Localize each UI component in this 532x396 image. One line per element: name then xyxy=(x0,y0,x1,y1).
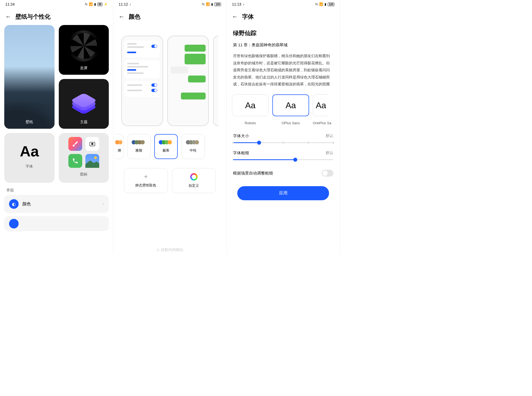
list-item-label: 颜色 xyxy=(22,201,99,207)
font-card[interactable]: Aa xyxy=(313,94,329,116)
sample-subtitle: 第 11 章：奥兹国神奇的翡翠城 xyxy=(233,43,333,48)
nfc-icon: ℕ xyxy=(315,2,318,6)
page-title: 颜色 xyxy=(129,13,140,21)
preview-settings[interactable] xyxy=(121,36,163,126)
weight-slider[interactable] xyxy=(233,159,333,160)
font-card-selected[interactable]: Aa xyxy=(272,94,309,116)
tile-theme[interactable]: 主题 xyxy=(59,79,109,129)
font-name: OPlus Sans xyxy=(272,121,309,125)
weight-value: 默认 xyxy=(326,151,333,156)
clock: 11:13 xyxy=(232,2,241,6)
clock: 11:12 xyxy=(119,2,128,6)
section-label: 界面 xyxy=(0,183,113,195)
nfc-icon: ℕ xyxy=(85,2,88,6)
clock: 11:24 xyxy=(5,2,15,6)
tile-aod[interactable]: 息屏 xyxy=(59,25,109,75)
phone-icon xyxy=(68,154,82,168)
apply-button[interactable]: 应用 xyxy=(237,186,329,200)
size-label: 字体大小 xyxy=(233,134,249,139)
tiktok-icon: ♪ xyxy=(130,3,131,6)
palette-label: 极客 xyxy=(163,148,169,153)
back-arrow-icon[interactable]: ← xyxy=(119,13,124,20)
page-title: 字体 xyxy=(242,13,254,21)
status-bar: 11:24 ℕ 📶 ▮ 99 ⚡ xyxy=(0,0,113,9)
font-sample-icon: Aa xyxy=(20,143,39,160)
back-arrow-icon[interactable]: ← xyxy=(5,13,11,20)
sample-title: 绿野仙踪 xyxy=(233,29,333,37)
battery-icon: 100 xyxy=(328,3,334,6)
signal-icon: ▮ xyxy=(325,2,326,6)
weight-label: 字体粗细 xyxy=(233,151,249,156)
tile-font[interactable]: Aa 字体 xyxy=(4,133,55,183)
action-wallpaper-color[interactable]: ✦ 静态壁纸取色 xyxy=(124,168,168,193)
size-slider[interactable] xyxy=(233,142,333,143)
palette-label: 潮 xyxy=(118,148,121,153)
palette-row: 潮 雅致 极客 中性 xyxy=(113,131,226,162)
palette-label: 雅致 xyxy=(135,148,142,153)
preview-row xyxy=(113,25,226,131)
status-bar: 11:12 ♪ ℕ 📶 ▮ 100 xyxy=(113,0,226,9)
preview-partial[interactable] xyxy=(213,36,218,126)
chevron-right-icon: › xyxy=(103,202,104,206)
sample-body: 尽管有绿色眼镜保护着眼睛，桃乐丝和她的朋友们在刚看到这座奇妙的城市时，还是被它耀… xyxy=(233,52,333,87)
palette-card[interactable]: 中性 xyxy=(181,134,205,159)
icon-partial xyxy=(9,219,19,228)
wifi-icon: 📶 xyxy=(206,2,210,6)
tile-wallpaper[interactable]: 壁纸 xyxy=(4,25,55,129)
signal-icon: ▮ xyxy=(211,2,213,6)
list-item-color[interactable]: ◐ 颜色 › xyxy=(4,195,109,213)
back-arrow-icon[interactable]: ← xyxy=(232,13,238,20)
gallery-icon xyxy=(85,154,99,168)
wifi-icon: 📶 xyxy=(319,2,323,6)
color-ring-icon xyxy=(190,173,198,181)
palette-icon: ◐ xyxy=(9,199,19,209)
tile-theme-label: 主题 xyxy=(80,115,88,129)
palette-card-selected[interactable]: 极客 xyxy=(154,134,178,159)
font-card[interactable]: Aa xyxy=(232,94,269,116)
weibo-icon: ⊙ xyxy=(156,248,160,252)
palette-card[interactable]: 雅致 xyxy=(127,134,151,159)
font-sample-area: 绿野仙踪 第 11 章：奥兹国神奇的翡翠城 尽管有绿色眼镜保护着眼睛，桃乐丝和她… xyxy=(227,25,340,91)
size-value: 默认 xyxy=(326,134,333,139)
action-label: 静态壁纸取色 xyxy=(135,183,156,188)
camera-icon xyxy=(85,137,99,151)
nfc-icon: ℕ xyxy=(202,2,205,6)
tile-icons[interactable]: 图标 xyxy=(59,133,109,183)
auto-weight-toggle[interactable] xyxy=(322,170,333,177)
wand-icon: ✦ xyxy=(143,173,148,180)
wifi-icon: 📶 xyxy=(89,2,93,6)
battery-icon: 99 xyxy=(97,3,102,6)
tiktok-icon: ♪ xyxy=(243,3,244,6)
preview-chat[interactable] xyxy=(167,36,209,126)
paint-icon xyxy=(68,137,82,151)
action-custom-color[interactable]: 自定义 xyxy=(172,168,216,193)
watermark: ⊙ @数码闲聊站 xyxy=(156,248,183,252)
tile-wallpaper-label: 壁纸 xyxy=(26,115,33,129)
bolt-icon: ⚡ xyxy=(104,2,108,6)
status-bar: 11:13 ♪ ℕ 📶 ▮ 100 xyxy=(227,0,340,9)
action-label: 自定义 xyxy=(189,183,199,188)
icon-grid xyxy=(68,137,99,168)
font-card-row: Aa Aa Aa xyxy=(227,91,340,119)
layers-icon xyxy=(73,94,94,115)
signal-icon: ▮ xyxy=(94,2,96,6)
tile-aod-label: 息屏 xyxy=(80,61,88,75)
font-name: OnePlus Sa xyxy=(313,121,331,125)
list-item-partial[interactable] xyxy=(4,216,109,231)
page-title: 壁纸与个性化 xyxy=(15,13,51,21)
palette-card[interactable]: 潮 xyxy=(115,134,123,159)
aod-pattern-icon xyxy=(68,30,100,61)
svg-point-2 xyxy=(94,156,97,159)
auto-weight-label: 根据场景自动调整粗细 xyxy=(233,171,273,176)
font-name: Roboto xyxy=(232,121,269,125)
palette-label: 中性 xyxy=(190,148,197,153)
battery-icon: 100 xyxy=(214,3,221,6)
svg-point-0 xyxy=(91,143,93,145)
tile-icons-label: 图标 xyxy=(80,168,88,181)
tile-font-label: 字体 xyxy=(26,160,33,173)
